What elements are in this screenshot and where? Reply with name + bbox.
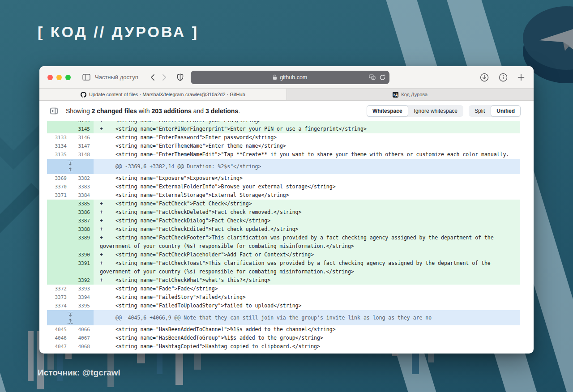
- code-text: <string name="ExternalFolderInfo">Browse…: [115, 183, 336, 190]
- old-line-number[interactable]: 4047: [47, 342, 70, 351]
- diff-code-row: 33723393<string name="Fade">Fade</string…: [47, 285, 520, 293]
- tab-title: Update content of files · MarshalX/teleg…: [89, 92, 245, 97]
- old-line-number[interactable]: 3135: [47, 150, 70, 159]
- code-line: <string name="EnterThemeName">Enter them…: [94, 142, 520, 150]
- unified-view-button[interactable]: Unified: [491, 105, 521, 117]
- address-bar[interactable]: github.com: [191, 71, 389, 84]
- old-line-number[interactable]: 3133: [47, 133, 70, 142]
- new-line-number[interactable]: 3390: [70, 251, 94, 259]
- old-line-number[interactable]: 3134: [47, 142, 70, 150]
- expand-hunk-buttons[interactable]: [47, 159, 94, 174]
- new-line-number[interactable]: 3383: [70, 183, 94, 191]
- old-line-number[interactable]: 3374: [47, 302, 70, 310]
- expand-hunk-buttons[interactable]: [47, 310, 94, 325]
- diff-code-row: 3385+<string name="FactCheck">Fact Check…: [47, 200, 520, 208]
- new-line-number[interactable]: 3145: [70, 125, 94, 133]
- old-line-number[interactable]: 4045: [47, 325, 70, 334]
- code-text: <string name="Exposure">Exposure</string…: [115, 175, 243, 181]
- reload-icon[interactable]: [380, 74, 385, 81]
- new-line-number[interactable]: 3392: [70, 276, 94, 285]
- info-icon[interactable]: [499, 73, 508, 82]
- new-line-number[interactable]: 3395: [70, 302, 94, 310]
- new-line-number[interactable]: 3147: [70, 142, 94, 150]
- new-line-number[interactable]: 3394: [70, 293, 94, 302]
- old-line-number[interactable]: [47, 251, 70, 259]
- split-view-button[interactable]: Split: [469, 105, 491, 117]
- whitespace-button[interactable]: Whitespace: [367, 105, 408, 117]
- new-line-number[interactable]: 3391: [70, 259, 94, 276]
- diff-marker: +: [100, 200, 115, 208]
- new-line-number[interactable]: 4068: [70, 342, 94, 351]
- sidebar-icon[interactable]: [82, 74, 90, 81]
- code-line: <string name="HasBeenAddedToChannel">%1$…: [94, 325, 520, 334]
- translate-icon[interactable]: [369, 74, 376, 80]
- old-line-number[interactable]: [47, 200, 70, 208]
- diff-marker: +: [100, 208, 115, 217]
- new-line-number[interactable]: 4066: [70, 325, 94, 334]
- zoom-button[interactable]: [65, 75, 71, 80]
- browser-toolbar: Частный доступ github.com: [39, 66, 534, 89]
- new-line-number[interactable]: 3386: [70, 208, 94, 217]
- diff-code-row: 3387+<string name="FactCheckDialog">Fact…: [47, 217, 520, 225]
- old-line-number[interactable]: [47, 208, 70, 217]
- forward-button[interactable]: [162, 74, 167, 81]
- diff-header: Showing 2 changed files with 203 additio…: [39, 101, 534, 121]
- code-text: <string name="FactCheckDeleted">Fact che…: [115, 209, 301, 215]
- diff-code-row: 31343147<string name="EnterThemeName">En…: [47, 142, 520, 150]
- new-line-number[interactable]: 3388: [70, 225, 94, 234]
- tab-kod-durova[interactable]: КД Код Дурова: [286, 89, 534, 100]
- code-line: +<string name="FactCheckDialog">Fact Che…: [94, 217, 520, 225]
- old-line-number[interactable]: 3371: [47, 191, 70, 200]
- old-line-number[interactable]: 3369: [47, 174, 70, 183]
- code-text: <string name="FailedToUploadStory">faile…: [115, 303, 301, 309]
- diff-controls: Whitespace Ignore whitespace Split Unifi…: [367, 105, 521, 117]
- back-button[interactable]: [150, 74, 155, 81]
- old-line-number[interactable]: 3373: [47, 293, 70, 302]
- privacy-shield-icon[interactable]: [177, 73, 184, 81]
- diff-code-row: 40454066<string name="HasBeenAddedToChan…: [47, 325, 520, 334]
- old-line-number[interactable]: 4046: [47, 334, 70, 342]
- diff-code-row: 3392+<string name="FactCheckWhat">what's…: [47, 276, 520, 285]
- old-line-number[interactable]: [47, 217, 70, 225]
- old-line-number[interactable]: [47, 225, 70, 234]
- minimize-button[interactable]: [56, 75, 62, 80]
- deletions-count: 3 deletions: [205, 107, 238, 115]
- new-line-number[interactable]: 3148: [70, 150, 94, 159]
- code-line: <string name="Exposure">Exposure</string…: [94, 174, 520, 183]
- new-line-number[interactable]: 3382: [70, 174, 94, 183]
- diff-code-row: 33733394<string name="FailedStory">Faile…: [47, 293, 520, 302]
- old-line-number[interactable]: [47, 276, 70, 285]
- old-line-number[interactable]: [47, 234, 70, 251]
- diff-code-row: 31353148<string name="EnterThemeNameEdit…: [47, 150, 520, 159]
- new-line-number[interactable]: 3384: [70, 191, 94, 200]
- old-line-number[interactable]: 3370: [47, 183, 70, 191]
- new-line-number[interactable]: 3387: [70, 217, 94, 225]
- new-tab-icon[interactable]: [517, 74, 525, 81]
- brand-logo: [ КОД // ДУРОВА ]: [38, 23, 199, 41]
- old-line-number[interactable]: [47, 125, 70, 133]
- old-line-number[interactable]: [47, 121, 70, 125]
- old-line-number[interactable]: [47, 259, 70, 276]
- code-line: +<string name="EnterPIN">Enter your PIN<…: [94, 121, 520, 125]
- code-line: <string name="FailedStory">Failed</strin…: [94, 293, 520, 302]
- code-line: <string name="EnterPassword">Enter passw…: [94, 133, 520, 142]
- diff-marker: +: [100, 234, 115, 242]
- diff-code-row: 33713384<string name="ExternalStorage">E…: [47, 191, 520, 200]
- new-line-number[interactable]: 3393: [70, 285, 94, 293]
- downloads-icon[interactable]: [480, 73, 489, 82]
- new-line-number[interactable]: 3385: [70, 200, 94, 208]
- changes-summary: Showing 2 changed files with 203 additio…: [66, 107, 240, 115]
- additions-count: 203 additions: [151, 107, 191, 115]
- diff-marker: +: [100, 259, 115, 268]
- file-tree-toggle-icon[interactable]: [50, 107, 58, 115]
- new-line-number[interactable]: 3146: [70, 133, 94, 142]
- new-line-number[interactable]: 4067: [70, 334, 94, 342]
- code-text: <string name="FactCheckToast">This clari…: [100, 260, 491, 275]
- old-line-number[interactable]: 3372: [47, 285, 70, 293]
- new-line-number[interactable]: 3389: [70, 234, 94, 251]
- tab-github[interactable]: Update content of files · MarshalX/teleg…: [39, 89, 286, 100]
- close-button[interactable]: [47, 75, 53, 80]
- ignore-whitespace-button[interactable]: Ignore whitespace: [408, 105, 463, 117]
- lock-icon: [273, 74, 277, 80]
- new-line-number[interactable]: 3144: [70, 121, 94, 125]
